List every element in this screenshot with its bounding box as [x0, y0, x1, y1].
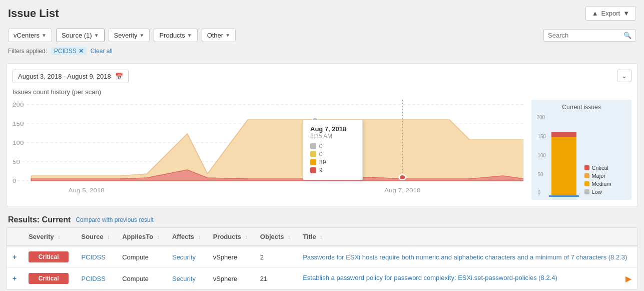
- row1-appliesto: Compute: [116, 246, 166, 268]
- severity-filter[interactable]: Severity ▼: [109, 29, 150, 42]
- row2-affects-link[interactable]: Security: [172, 275, 196, 282]
- page-title: Issue List: [8, 7, 59, 20]
- row2-expand-btn[interactable]: +: [13, 274, 17, 282]
- legend-major-label: Major: [591, 173, 605, 179]
- search-box: 🔍: [543, 29, 636, 42]
- issues-chart-svg: 200 150 100 50 0 Aug 5, 2018: [13, 100, 523, 200]
- svg-text:150: 150: [13, 121, 24, 127]
- export-button[interactable]: ▲ Export ▼: [585, 6, 636, 21]
- chart-section: August 3, 2018 - August 9, 2018 📅 ⌄ Issu…: [6, 63, 638, 206]
- search-icon: 🔍: [623, 32, 631, 39]
- svg-text:Aug 7, 2018: Aug 7, 2018: [384, 188, 421, 194]
- row1-severity-badge: Critical: [29, 251, 69, 262]
- date-range-picker[interactable]: August 3, 2018 - August 9, 2018 📅: [13, 70, 129, 83]
- severity-col-header[interactable]: Severity ↕: [23, 228, 75, 246]
- main-chart: 200 150 100 50 0 Aug 5, 2018: [13, 100, 523, 200]
- appliesto-sort-icon: ↕: [157, 234, 160, 240]
- row1-affects: Security: [166, 246, 207, 268]
- objects-col-header[interactable]: Objects ↕: [254, 228, 297, 246]
- row2-products: vSphere: [207, 268, 254, 289]
- tooltip-major-value: 0: [319, 151, 323, 158]
- other-caret-icon: ▼: [225, 33, 230, 38]
- export-caret-icon: ▼: [623, 10, 629, 17]
- table-row: + Critical PCIDSS Compute Security vSphe…: [7, 268, 637, 289]
- export-icon: ▲: [592, 10, 598, 17]
- svg-point-13: [399, 175, 405, 180]
- source-label: Source (1): [62, 32, 92, 39]
- vcenters-caret-icon: ▼: [42, 33, 47, 38]
- date-range-text: August 3, 2018 - August 9, 2018: [18, 73, 111, 80]
- affects-col-header[interactable]: Affects ↕: [166, 228, 207, 246]
- results-table: Severity ↕ Source ↕ AppliesTo ↕ Affects …: [6, 227, 638, 290]
- tooltip-critical-value: 9: [319, 167, 323, 174]
- row1-objects: 2: [254, 246, 297, 268]
- pcidss-tag-label: PCIDSS: [54, 48, 77, 55]
- products-sort-icon: ↕: [245, 234, 248, 240]
- current-issues-legend: Critical Major Medium Low: [584, 165, 611, 195]
- row1-affects-link[interactable]: Security: [172, 253, 196, 261]
- svg-text:50: 50: [13, 159, 20, 165]
- source-filter[interactable]: Source (1) ▼: [56, 29, 105, 42]
- row1-title: Passwords for ESXi hosts require both nu…: [297, 246, 637, 268]
- tooltip-major-color: [310, 151, 316, 157]
- tooltip-date: Aug 7, 2018: [310, 125, 355, 133]
- severity-caret-icon: ▼: [140, 33, 145, 38]
- row1-source-link[interactable]: PCIDSS: [82, 253, 106, 261]
- source-sort-icon: ↕: [107, 234, 110, 240]
- clear-all-link[interactable]: Clear all: [91, 48, 113, 55]
- products-filter[interactable]: Products ▼: [154, 29, 197, 42]
- chart-title: Issues count history (per scan): [13, 88, 631, 96]
- legend-medium: Medium: [584, 181, 611, 187]
- row2-arrow-icon: ▶: [625, 274, 631, 283]
- source-col-header[interactable]: Source ↕: [76, 228, 117, 246]
- search-input[interactable]: [548, 32, 623, 39]
- calendar-icon: 📅: [115, 73, 123, 80]
- row2-source: PCIDSS: [76, 268, 117, 289]
- row2-title: Establish a password policy for password…: [297, 268, 637, 289]
- row1-source: PCIDSS: [76, 246, 117, 268]
- title-col-header[interactable]: Title ↕: [297, 228, 637, 246]
- row1-expand-btn[interactable]: +: [13, 253, 17, 261]
- products-label: Products: [159, 32, 185, 39]
- collapse-button[interactable]: ⌄: [617, 70, 631, 82]
- affects-sort-icon: ↕: [198, 234, 201, 240]
- products-col-header[interactable]: Products ↕: [207, 228, 254, 246]
- tooltip-time: 8:35 AM: [310, 133, 355, 140]
- title-sort-icon: ↕: [320, 234, 322, 240]
- row1-title-link[interactable]: Passwords for ESXi hosts require both nu…: [303, 253, 627, 261]
- row2-appliesto: Compute: [116, 268, 166, 289]
- pcidss-tag-close[interactable]: ✕: [79, 48, 84, 55]
- appliesto-col-header[interactable]: AppliesTo ↕: [116, 228, 166, 246]
- svg-marker-10: [32, 120, 523, 181]
- legend-major: Major: [584, 173, 611, 179]
- ci-medium-bar: [551, 137, 576, 195]
- tooltip-medium-color: [310, 159, 316, 165]
- filters-applied-label: Filters applied:: [8, 48, 47, 55]
- legend-low: Low: [584, 189, 611, 195]
- row2-source-link[interactable]: PCIDSS: [82, 275, 106, 282]
- chart-tooltip: Aug 7, 2018 8:35 AM 0 0 89: [303, 120, 363, 180]
- other-filter[interactable]: Other ▼: [202, 29, 236, 42]
- legend-low-label: Low: [591, 189, 601, 195]
- svg-text:0: 0: [13, 178, 17, 184]
- legend-critical: Critical: [584, 165, 611, 171]
- pcidss-filter-tag: PCIDSS ✕: [51, 47, 87, 55]
- severity-label: Severity: [114, 32, 138, 39]
- results-title: Results: Current: [8, 215, 71, 224]
- compare-link[interactable]: Compare with previous result: [76, 216, 153, 223]
- row1-products: vSphere: [207, 246, 254, 268]
- other-label: Other: [207, 32, 224, 39]
- export-label: Export: [601, 10, 620, 17]
- expand-col-header: [7, 228, 23, 246]
- row2-severity: Critical: [23, 268, 75, 289]
- tooltip-row-medium: 89: [310, 159, 355, 166]
- current-issues-box: Current issues 200 150 100 50 0: [531, 100, 631, 200]
- vcenters-filter[interactable]: vCenters ▼: [8, 29, 52, 42]
- tooltip-low-value: 0: [319, 143, 323, 150]
- tooltip-medium-value: 89: [319, 159, 326, 166]
- source-caret-icon: ▼: [94, 33, 99, 38]
- row2-title-link[interactable]: Establish a password policy for password…: [303, 274, 557, 281]
- severity-sort-icon: ↕: [58, 234, 60, 240]
- row2-affects: Security: [166, 268, 207, 289]
- tooltip-low-color: [310, 143, 316, 149]
